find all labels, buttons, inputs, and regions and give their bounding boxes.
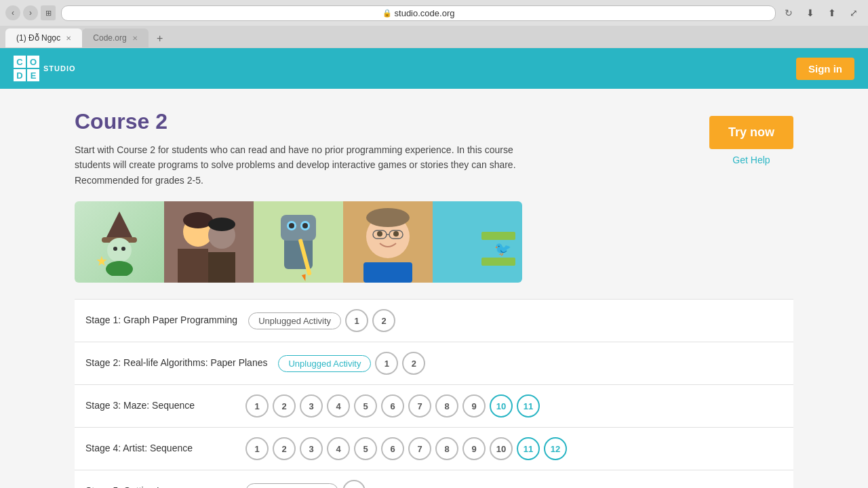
level-circle-2-1[interactable]: 1 [375,352,398,375]
level-circle-1-2[interactable]: 2 [372,309,395,332]
course-image-bill [343,201,433,283]
stage-row-5: Stage 5: Getting LoopyUnplugged Activity… [75,470,793,488]
svg-point-20 [302,223,308,228]
tab-do-ngoc[interactable]: (1) Đỗ Ngọc ✕ [5,28,82,47]
level-circle-3-9[interactable]: 9 [462,394,486,418]
level-circle-3-2[interactable]: 2 [273,394,296,418]
try-now-button[interactable]: Try now [709,116,793,149]
logo[interactable]: C O D E STUDIO [14,56,76,81]
svg-point-25 [366,208,410,227]
main-content: Course 2 Start with Course 2 for student… [61,89,807,488]
sign-in-button[interactable]: Sign in [796,58,854,80]
svg-point-6 [106,261,133,276]
stage-row-1: Stage 1: Graph Paper ProgrammingUnplugge… [75,299,793,342]
stage-row-3: Stage 3: Maze: Sequence1234567891011 [75,385,793,428]
download-button[interactable]: ⬇ [802,4,819,22]
level-circle-3-7[interactable]: 7 [408,394,431,418]
stage-name-3: Stage 3: Maze: Sequence [85,399,235,413]
level-circle-4-7[interactable]: 7 [408,437,431,460]
browser-chrome: ‹ › ⊞ 🔒 studio.code.org ↻ ⬇ ⬆ ⤢ (1) Đỗ N… [0,0,868,48]
tab2-label: Code.org [93,33,126,43]
share-button[interactable]: ⬆ [823,4,841,22]
unplugged-button-1[interactable]: Unplugged Activity [248,312,341,329]
unplugged-button-5[interactable]: Unplugged Activity [245,483,338,488]
stage-levels-5: Unplugged Activity1 [245,480,366,488]
browser-toolbar: ‹ › ⊞ 🔒 studio.code.org ↻ ⬇ ⬆ ⤢ [0,0,868,26]
stage-name-2: Stage 2: Real-life Algorithms: Paper Pla… [85,357,267,370]
level-circle-4-8[interactable]: 8 [435,437,458,460]
refresh-button[interactable]: ↻ [781,5,796,20]
course-header: Course 2 Start with Course 2 for student… [75,109,793,188]
stages-container: Stage 1: Graph Paper ProgrammingUnplugge… [75,299,793,488]
stage-row-4: Stage 4: Artist: Sequence123456789101112 [75,428,793,470]
level-circle-4-6[interactable]: 6 [381,437,404,460]
level-circle-3-1[interactable]: 1 [245,394,269,418]
level-circle-3-4[interactable]: 4 [327,394,350,418]
stage-levels-2: Unplugged Activity12 [278,352,425,375]
level-circle-4-12[interactable]: 12 [544,437,567,460]
level-circle-4-11[interactable]: 11 [517,437,540,460]
logo-c: C [14,56,26,68]
course-image-game: 🐦 [433,201,522,283]
expand-button[interactable]: ⤢ [845,4,863,22]
level-circle-4-2[interactable]: 2 [273,437,296,460]
level-circle-4-9[interactable]: 9 [462,437,486,460]
logo-grid: C O D E [14,56,39,81]
logo-o: O [27,56,39,68]
stage-levels-1: Unplugged Activity12 [248,309,395,332]
course-actions: Try now Get Help [709,116,793,165]
course-images: ★ [75,201,522,283]
svg-point-26 [377,231,382,237]
level-circle-3-11[interactable]: 11 [517,394,540,418]
level-circle-3-8[interactable]: 8 [435,394,458,418]
level-circle-1-1[interactable]: 1 [345,309,368,332]
browser-actions: ⬇ ⬆ ⤢ [802,4,863,22]
stage-name-4: Stage 4: Artist: Sequence [85,442,235,455]
course-description: Start with Course 2 for students who can… [75,142,522,188]
course-image-kids [164,201,254,283]
address-bar[interactable]: 🔒 studio.code.org [61,5,776,21]
course-info: Course 2 Start with Course 2 for student… [75,109,522,188]
svg-point-3 [113,247,117,251]
course-title: Course 2 [75,109,522,134]
logo-studio: STUDIO [43,64,76,73]
back-button[interactable]: ‹ [5,5,20,20]
tab-switch-button[interactable]: ⊞ [41,5,56,20]
tabs-bar: (1) Đỗ Ngọc ✕ Code.org ✕ + [0,26,868,47]
svg-rect-16 [281,215,316,241]
tab-codeorg[interactable]: Code.org ✕ [82,28,148,47]
level-circle-4-3[interactable]: 3 [300,437,323,460]
tab2-close[interactable]: ✕ [132,35,138,42]
level-circle-4-5[interactable]: 5 [354,437,377,460]
tab1-label: (1) Đỗ Ngọc [16,33,60,43]
level-circle-3-5[interactable]: 5 [354,394,377,418]
level-circle-4-10[interactable]: 10 [490,437,513,460]
level-circle-4-4[interactable]: 4 [327,437,350,460]
level-circle-3-10[interactable]: 10 [490,394,513,418]
svg-rect-11 [208,252,235,283]
svg-point-12 [183,212,213,228]
svg-text:★: ★ [96,253,108,268]
stage-name-5: Stage 5: Getting Loopy [85,485,235,488]
svg-point-4 [121,247,125,251]
level-circle-4-1[interactable]: 1 [245,437,269,460]
logo-e: E [27,69,39,81]
level-circle-3-3[interactable]: 3 [300,394,323,418]
app-header: C O D E STUDIO Sign in [0,48,868,89]
svg-point-19 [289,223,294,228]
level-circle-2-2[interactable]: 2 [402,352,425,375]
svg-rect-10 [178,249,208,283]
get-help-link[interactable]: Get Help [732,155,770,165]
unplugged-button-2[interactable]: Unplugged Activity [278,355,371,372]
svg-rect-31 [363,262,412,283]
level-circle-5-1[interactable]: 1 [342,480,366,488]
tab1-close[interactable]: ✕ [66,35,71,42]
forward-button[interactable]: › [23,5,38,20]
url-text: studio.code.org [395,8,455,18]
new-tab-button[interactable]: + [151,30,169,47]
logo-d: D [14,69,26,81]
stage-levels-3: 1234567891011 [245,394,540,418]
lock-icon: 🔒 [382,9,392,18]
svg-point-27 [393,231,399,237]
level-circle-3-6[interactable]: 6 [381,394,404,418]
